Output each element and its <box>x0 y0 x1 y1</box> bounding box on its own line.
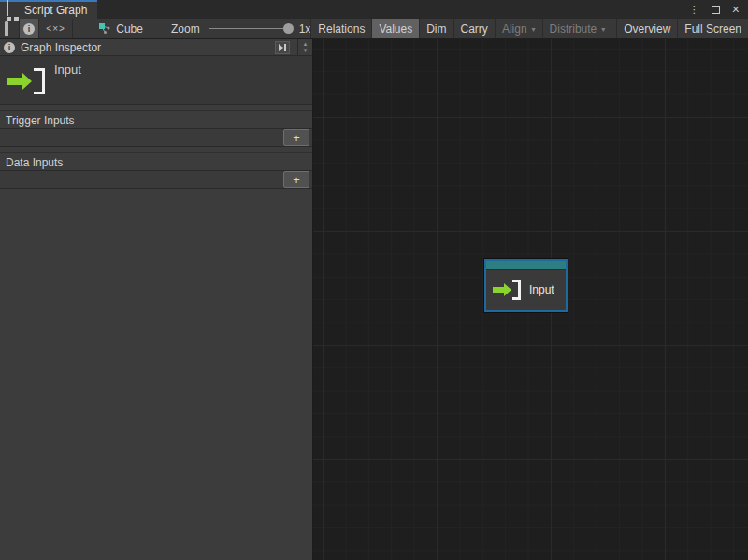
graph-canvas[interactable]: Input <box>313 39 748 560</box>
titlebar: Script Graph ⋮ × <box>0 0 748 19</box>
data-inputs-list: + <box>0 170 312 189</box>
zoom-control: Zoom 1x <box>171 19 310 38</box>
input-node-header[interactable] <box>486 261 566 270</box>
zoom-label: Zoom <box>171 22 200 36</box>
info-icon: i <box>23 23 35 35</box>
chevron-down-icon: ▾ <box>601 24 605 34</box>
distribute-dropdown[interactable]: Distribute ▾ <box>542 19 612 38</box>
graph-inspector-header: i Graph Inspector ▲ ▼ <box>0 39 312 56</box>
edit-code-button[interactable]: <×> <box>39 19 73 38</box>
dock-panel-button[interactable] <box>275 41 290 54</box>
tab-label: Script Graph <box>24 4 87 17</box>
lock-icon <box>5 22 14 36</box>
data-inputs-label: Data Inputs <box>0 152 312 170</box>
info-icon: i <box>4 42 15 53</box>
lock-button[interactable] <box>0 19 20 38</box>
graph-inspector-panel: i Graph Inspector ▲ ▼ Input Trigger Inpu… <box>0 39 313 560</box>
graph-asset-breadcrumb[interactable]: Cube <box>99 19 143 38</box>
values-button[interactable]: Values <box>371 19 419 38</box>
zoom-slider[interactable] <box>209 28 291 29</box>
spinner-down-icon[interactable]: ▼ <box>303 49 309 53</box>
dim-button[interactable]: Dim <box>419 19 453 38</box>
trigger-inputs-label: Trigger Inputs <box>0 110 312 128</box>
code-icon: <×> <box>46 23 65 34</box>
graph-asset-icon <box>99 23 110 35</box>
zoom-slider-thumb[interactable] <box>283 23 294 34</box>
dock-icon <box>279 44 283 51</box>
trigger-inputs-list: + <box>0 128 312 147</box>
tab-script-graph[interactable]: Script Graph <box>0 0 97 19</box>
chevron-down-icon: ▾ <box>532 24 536 34</box>
kebab-menu-icon[interactable]: ⋮ <box>689 5 699 14</box>
add-data-input-button[interactable]: + <box>283 171 309 188</box>
carry-button[interactable]: Carry <box>453 19 495 38</box>
relations-button[interactable]: Relations <box>310 19 371 38</box>
window-controls: ⋮ × <box>689 0 748 19</box>
zoom-value: 1x <box>299 22 311 36</box>
inspector-toggle-button[interactable]: i <box>20 19 39 38</box>
main-area: i Graph Inspector ▲ ▼ Input Trigger Inpu… <box>0 39 748 560</box>
input-unit-icon <box>7 68 45 94</box>
unit-preview: Input <box>0 56 312 105</box>
graph-toolbar: i <×> Cube Zoom 1x Relations Values Dim <box>0 19 748 39</box>
input-node[interactable]: Input <box>484 259 568 312</box>
input-node-label: Input <box>529 283 554 296</box>
graph-asset-label: Cube <box>116 22 143 36</box>
input-node-body: Input <box>486 270 566 309</box>
toolbar-toggle-group: Relations Values Dim Carry Align ▾ Distr… <box>310 19 748 38</box>
full-screen-button[interactable]: Full Screen <box>677 19 748 38</box>
script-graph-icon <box>7 0 19 21</box>
spinner-up-icon[interactable]: ▲ <box>303 42 309 47</box>
maximize-icon[interactable] <box>712 6 720 14</box>
close-icon[interactable]: × <box>732 4 740 15</box>
input-unit-icon <box>493 280 521 300</box>
scroll-spinner[interactable]: ▲ ▼ <box>297 39 312 55</box>
align-dropdown[interactable]: Align ▾ <box>495 19 542 38</box>
unit-preview-title: Input <box>54 63 81 77</box>
overview-button[interactable]: Overview <box>616 19 677 38</box>
graph-inspector-title: Graph Inspector <box>21 41 269 54</box>
add-trigger-input-button[interactable]: + <box>283 129 309 146</box>
